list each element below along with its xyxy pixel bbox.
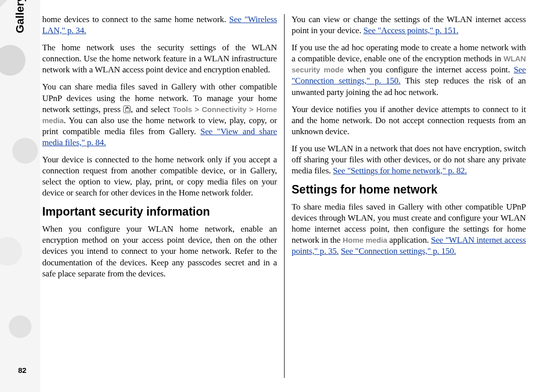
left-para-1: home devices to connect to the same home… xyxy=(42,14,277,36)
link-connection-settings-2[interactable]: See "Connection settings," p. 150. xyxy=(341,246,456,256)
right-para-5: To share media files saved in Gallery wi… xyxy=(292,202,526,257)
text: when you configure the internet access p… xyxy=(344,65,514,74)
ui-path-connectivity: Connectivity xyxy=(202,105,246,114)
two-column-layout: home devices to connect to the same home… xyxy=(40,14,528,378)
heading-security-info: Important security information xyxy=(42,205,277,220)
left-para-4: Your device is connected to the home net… xyxy=(42,154,277,199)
right-para-3: Your device notifies you if another devi… xyxy=(292,104,526,137)
right-column: You can view or change the settings of t… xyxy=(284,14,528,378)
menu-key-icon xyxy=(123,106,131,113)
right-para-1: You can view or change the settings of t… xyxy=(292,14,526,36)
text: home devices to connect to the same home… xyxy=(42,15,229,24)
ui-home-media: Home media xyxy=(343,236,387,244)
left-para-3: You can share media files saved in Galle… xyxy=(42,81,277,148)
ui-path-tools: Tools xyxy=(172,105,192,114)
page-number: 82 xyxy=(18,365,27,375)
heading-settings-home-network: Settings for home network xyxy=(292,182,526,198)
link-settings-home-network[interactable]: See "Settings for home network," p. 82. xyxy=(333,166,467,175)
text: , and select xyxy=(131,105,172,114)
ui-path-sep: > xyxy=(246,105,256,114)
ui-path-sep: > xyxy=(192,105,202,114)
left-column: home devices to connect to the same home… xyxy=(40,14,284,378)
right-para-2: If you use the ad hoc operating mode to … xyxy=(292,42,526,97)
left-decorative-background xyxy=(0,0,40,392)
text: If you use the ad hoc operating mode to … xyxy=(292,43,526,63)
section-side-label: Gallery xyxy=(13,0,28,33)
left-para-2: The home network uses the security setti… xyxy=(42,42,277,75)
text: application. xyxy=(387,235,431,245)
link-access-points[interactable]: See "Access points," p. 151. xyxy=(364,26,459,35)
left-para-5: When you configure your WLAN home networ… xyxy=(42,224,277,279)
right-para-4: If you use WLAN in a network that does n… xyxy=(292,143,526,176)
